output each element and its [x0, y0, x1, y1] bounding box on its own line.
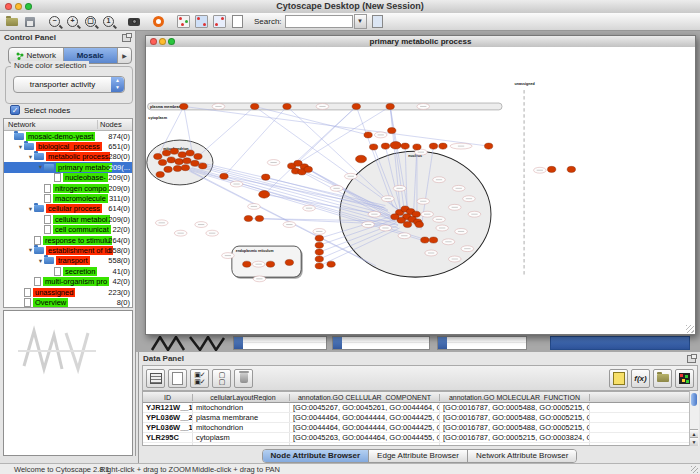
tree-row[interactable]: ▼biological_process651(0): [4, 141, 132, 151]
search-input[interactable]: [285, 15, 353, 28]
annotation-icon[interactable]: [230, 15, 245, 29]
graph-node[interactable]: [388, 128, 396, 134]
graph-node[interactable]: [364, 132, 372, 138]
network-ops-icon[interactable]: [176, 15, 191, 29]
graph-node[interactable]: [304, 166, 312, 172]
open-file-icon[interactable]: [4, 15, 19, 29]
expand-arrow-icon[interactable]: ▼: [27, 206, 34, 212]
save-session-icon[interactable]: [22, 15, 37, 29]
select-nodes-checkbox[interactable]: ✓: [10, 105, 20, 115]
table-cell[interactable]: cytoplasm: [193, 433, 290, 442]
graph-node[interactable]: [191, 160, 199, 166]
tree-row[interactable]: multi-organism pro42(0): [4, 276, 132, 286]
scroll-down-icon[interactable]: ▼: [690, 437, 698, 446]
table-cell[interactable]: [GO:0045267, GO:0045261, GO:0044464, G..…: [290, 403, 440, 412]
table-scrollbar[interactable]: ▲ ▼: [689, 391, 699, 446]
tree-row[interactable]: ▼transport558(0): [4, 256, 132, 266]
heatmap-icon[interactable]: [675, 369, 694, 388]
table-cell[interactable]: plasma membrane: [193, 413, 290, 422]
help-lifesaver-icon[interactable]: [151, 15, 166, 29]
tree-row[interactable]: cellular metabol209(0): [4, 214, 132, 224]
table-cell[interactable]: YPL036W__1: [143, 423, 193, 432]
graph-node[interactable]: [439, 143, 447, 149]
graph-node[interactable]: [413, 144, 421, 150]
graph-node[interactable]: [243, 261, 251, 267]
tree-col-nodes[interactable]: Nodes: [98, 120, 132, 129]
table-row[interactable]: YJR121W__1mitochondrion[GO:0045267, GO:0…: [143, 403, 689, 413]
zoom-in-icon[interactable]: +: [65, 15, 80, 29]
graph-node[interactable]: [484, 143, 492, 149]
table-cell[interactable]: mitochondrion: [193, 403, 290, 412]
graph-node[interactable]: [220, 173, 228, 179]
graph-node[interactable]: [415, 222, 423, 228]
table-cell[interactable]: [GO:0045263, GO:0044464, GO:0044455, G..…: [290, 433, 440, 442]
graph-node[interactable]: [266, 261, 274, 267]
graph-node[interactable]: [162, 150, 170, 156]
import-attributes-icon[interactable]: [653, 369, 672, 388]
graph-node[interactable]: [178, 152, 186, 158]
table-row[interactable]: YPL036W__2plasma membrane[GO:0044464, GO…: [143, 413, 689, 423]
graph-node[interactable]: [167, 157, 175, 163]
node-color-dropdown[interactable]: transporter activity ▲▼: [13, 76, 125, 93]
table-cell[interactable]: cytoplasm: [193, 443, 290, 446]
table-cell[interactable]: [GO:0044464, GO:0044446, GO:0044444, G..…: [290, 443, 440, 446]
graph-node[interactable]: [158, 159, 166, 165]
graph-node[interactable]: [262, 174, 270, 180]
hide-selected-icon[interactable]: [194, 15, 209, 29]
table-cell[interactable]: [GO:0016787, GO:0005488, GO:0005215, G..…: [440, 423, 590, 432]
graph-node[interactable]: [259, 191, 270, 199]
attribute-list-icon[interactable]: [609, 369, 628, 388]
show-all-icon[interactable]: [212, 15, 227, 29]
expand-arrow-icon[interactable]: ▼: [17, 144, 24, 150]
graph-node[interactable]: [180, 103, 188, 109]
minimized-network-4[interactable]: [550, 336, 690, 350]
table-row[interactable]: YKR052Ccytoplasm[GO:0044464, GO:0044446,…: [143, 443, 689, 446]
table-row[interactable]: YPL036W__1mitochondrion[GO:0044464, GO:0…: [143, 423, 689, 433]
tab-node-attribute-browser[interactable]: Node Attribute Browser: [263, 450, 370, 462]
scrollbar-thumb[interactable]: [691, 393, 697, 406]
attribute-table-icon[interactable]: [146, 369, 165, 388]
table-cell[interactable]: YLR295C: [143, 433, 193, 442]
tree-row[interactable]: nitrogen compo209(0): [4, 183, 132, 193]
graph-node[interactable]: [175, 159, 183, 165]
tabs-overflow-button[interactable]: ▶: [118, 48, 131, 63]
tab-network-attribute-browser[interactable]: Network Attribute Browser: [468, 450, 576, 462]
tree-row[interactable]: Overview8(0): [4, 297, 132, 307]
graph-node[interactable]: [164, 166, 172, 172]
expand-arrow-icon[interactable]: ▼: [27, 154, 34, 160]
graph-node[interactable]: [186, 150, 194, 156]
graph-node[interactable]: [401, 143, 409, 149]
select-attributes-icon[interactable]: ▣✓▣✓: [190, 369, 209, 388]
graph-node[interactable]: [369, 144, 377, 150]
table-cell[interactable]: [GO:0044464, GO:0044444, GO:0044425, G..…: [290, 413, 440, 422]
graph-node[interactable]: [567, 166, 575, 172]
tree-row[interactable]: secretion41(0): [4, 266, 132, 276]
graph-node[interactable]: [173, 166, 181, 172]
table-cell[interactable]: [GO:0005488, GO:0005215, GO:0003674]: [440, 443, 590, 446]
birds-eye-view[interactable]: [3, 310, 133, 456]
search-dropdown-icon[interactable]: ▼: [354, 14, 367, 29]
graph-node[interactable]: [315, 242, 323, 248]
tree-row[interactable]: ▼primary metabo209(...: [4, 162, 132, 172]
graph-node[interactable]: [429, 143, 437, 149]
zoom-selected-icon[interactable]: ▢: [83, 15, 98, 29]
table-cell[interactable]: [GO:0044464, GO:0044444, GO:0044425, G..…: [290, 423, 440, 432]
expand-arrow-icon[interactable]: ▼: [27, 247, 34, 253]
minimized-network-2[interactable]: [332, 336, 430, 350]
graph-node[interactable]: [421, 237, 429, 243]
minimized-network-3[interactable]: [437, 336, 527, 350]
tree-row[interactable]: unassigned223(0): [4, 287, 132, 297]
graph-node[interactable]: [315, 235, 323, 241]
function-builder-icon[interactable]: f(x): [631, 369, 650, 388]
tree-row[interactable]: ▼cellular process614(0): [4, 204, 132, 214]
table-cell[interactable]: [GO:0016787, GO:0005488, GO:0005215, G..…: [440, 403, 590, 412]
tree-row[interactable]: ▼establishment of lo558(0): [4, 245, 132, 255]
graph-node[interactable]: [156, 172, 164, 178]
col-cellular-layout-region[interactable]: _cellularLayoutRegion: [193, 394, 290, 401]
graph-node[interactable]: [255, 215, 263, 221]
graph-node[interactable]: [403, 222, 411, 228]
col-id[interactable]: ID: [143, 394, 193, 401]
zoom-fit-icon[interactable]: 1: [101, 15, 116, 29]
graph-node[interactable]: [244, 215, 252, 221]
tree-row[interactable]: nucleobase-209(0): [4, 173, 132, 183]
